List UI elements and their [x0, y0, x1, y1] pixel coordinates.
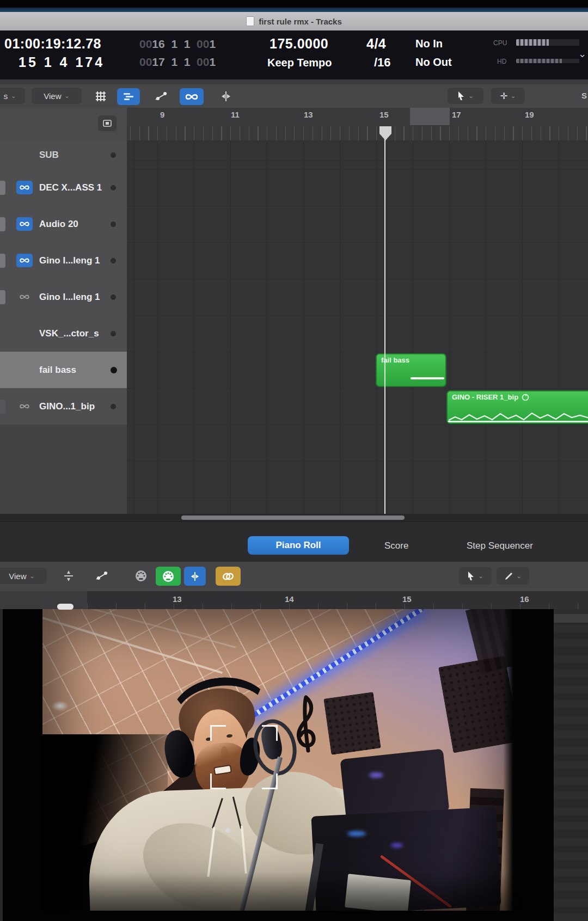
- track-zoom-button[interactable]: [98, 115, 117, 131]
- cpu-meter: [516, 39, 579, 46]
- playhead-line[interactable]: [384, 139, 385, 514]
- track-row-failbass[interactable]: fail bass: [0, 352, 127, 389]
- piano-roll-toolbar: View ⌄ ⌄ ⌄: [0, 562, 588, 592]
- track-row-gino1[interactable]: Gino I...leng 1: [0, 242, 127, 279]
- piano-roll-view-menu[interactable]: View ⌄: [0, 568, 47, 584]
- view-menu-label: View: [44, 91, 61, 101]
- regions-view-icon[interactable]: [117, 88, 140, 105]
- track-header-corner: [0, 108, 127, 141]
- pointer-tool-button[interactable]: ⌄: [459, 567, 492, 585]
- arrange-area[interactable]: fail bass GINO - RISER 1_bip: [127, 140, 588, 514]
- chevron-down-icon: ⌄: [65, 93, 70, 100]
- freeze-icon[interactable]: [16, 254, 33, 267]
- grid-icon[interactable]: [91, 89, 111, 104]
- tab-step-sequencer[interactable]: Step Sequencer: [467, 541, 533, 551]
- flex-icon[interactable]: [215, 89, 237, 104]
- track-row-dec[interactable]: DEC X...ASS 1: [0, 169, 127, 206]
- automation-icon[interactable]: [150, 89, 173, 104]
- freeze-icon[interactable]: [16, 217, 33, 231]
- loop-icon: [522, 394, 529, 401]
- track-name: Audio 20: [39, 219, 78, 230]
- lcd-expand-chevron[interactable]: ⌄: [578, 48, 586, 60]
- horizontal-scrollbar[interactable]: [0, 514, 588, 521]
- bottom-fade: [42, 873, 520, 911]
- lcd-time-signature[interactable]: 4/4: [366, 36, 386, 52]
- link-icon[interactable]: [216, 567, 241, 586]
- lcd-display[interactable]: 01:00:19:12.78 15 1 4 174 0016 1 1 001 0…: [0, 30, 588, 79]
- pencil-tool-button[interactable]: ⌄: [497, 567, 529, 585]
- flex-icon[interactable]: [184, 567, 206, 586]
- lcd-midi-in[interactable]: No In: [415, 38, 443, 50]
- track-row-audio20[interactable]: Audio 20: [0, 206, 127, 243]
- autopunch-block[interactable]: [410, 108, 450, 125]
- bar-number: 15: [402, 594, 412, 604]
- scrollbar-thumb[interactable]: [181, 515, 405, 520]
- bar-ruler[interactable]: 9 11 13 15 17 19: [127, 108, 588, 140]
- cycle-icon[interactable]: [180, 88, 204, 105]
- midi-out-icon[interactable]: [156, 567, 181, 586]
- midi-in-icon[interactable]: [128, 567, 154, 585]
- track-control-sliver[interactable]: [0, 290, 5, 304]
- lcd-ghost-row2: 0017 1 1 001: [139, 56, 216, 69]
- bar-number: 17: [452, 110, 461, 119]
- track-status-dot[interactable]: [111, 222, 116, 227]
- freeze-icon[interactable]: [16, 290, 33, 304]
- chevron-down-icon: ⌄: [478, 573, 483, 580]
- lcd-position[interactable]: 15 1 4 174: [19, 54, 105, 70]
- track-status-dot[interactable]: [111, 331, 116, 336]
- screen-top-edge: [0, 0, 588, 8]
- track-name: VSK_...ctor_s: [39, 328, 99, 339]
- lcd-division[interactable]: /16: [374, 56, 391, 70]
- menu-partial-button[interactable]: s ⌄: [0, 88, 25, 104]
- bar-number: 13: [173, 594, 182, 604]
- track-status-dot[interactable]: [111, 367, 117, 373]
- track-row-vsk[interactable]: VSK_...ctor_s: [0, 315, 127, 352]
- window-top-border: [0, 8, 588, 12]
- track-name: DEC X...ASS 1: [39, 182, 102, 193]
- track-row-sub[interactable]: SUB: [0, 140, 127, 170]
- chevron-down-icon: ⌄: [516, 573, 521, 580]
- catch-icon[interactable]: [57, 568, 81, 584]
- track-control-sliver[interactable]: [0, 254, 5, 268]
- pointer-tool-button[interactable]: ⌄: [448, 88, 483, 104]
- track-status-dot[interactable]: [111, 294, 116, 300]
- track-row-ginobip[interactable]: GINO...1_bip: [0, 388, 127, 425]
- tab-piano-roll[interactable]: Piano Roll: [248, 536, 349, 555]
- tab-score[interactable]: Score: [384, 541, 408, 551]
- lcd-timecode[interactable]: 01:00:19:12.78: [4, 36, 101, 52]
- region-fail-bass[interactable]: fail bass: [376, 353, 446, 387]
- secondary-tool-button[interactable]: ✛ ⌄: [491, 88, 525, 104]
- logic-pro-window: first rule rmx - Tracks 01:00:19:12.78 1…: [0, 0, 588, 921]
- track-control-sliver[interactable]: [0, 400, 5, 414]
- view-menu-button[interactable]: View ⌄: [32, 88, 82, 104]
- track-status-dot[interactable]: [111, 258, 116, 263]
- document-icon: [246, 16, 254, 26]
- chevron-down-icon: ⌄: [11, 93, 16, 100]
- track-name: GINO...1_bip: [39, 401, 95, 412]
- track-name: Gino I...leng 1: [39, 255, 100, 266]
- lcd-tempo-mode[interactable]: Keep Tempo: [267, 57, 332, 69]
- region-gino-riser[interactable]: GINO - RISER 1_bip: [446, 390, 588, 424]
- lcd-tempo[interactable]: 175.0000: [270, 36, 328, 52]
- lcd-midi-out[interactable]: No Out: [415, 56, 452, 69]
- hd-label: HD: [497, 58, 506, 65]
- automation-icon[interactable]: [90, 568, 114, 584]
- track-status-dot[interactable]: [111, 404, 116, 409]
- track-status-dot[interactable]: [111, 152, 116, 158]
- bar-number: 19: [525, 110, 534, 119]
- freeze-icon[interactable]: [16, 181, 33, 194]
- bar-number: 9: [160, 110, 164, 119]
- track-status-dot[interactable]: [111, 185, 116, 191]
- track-control-sliver[interactable]: [0, 181, 5, 195]
- piano-roll-ruler-margin: [0, 591, 87, 609]
- track-row-gino2[interactable]: Gino I...leng 1: [0, 279, 127, 316]
- scroll-pill[interactable]: [57, 604, 74, 610]
- cpu-label: CPU: [493, 39, 507, 47]
- piano-roll-ruler[interactable]: 13 14 15 16: [87, 591, 588, 609]
- titlebar[interactable]: first rule rmx - Tracks: [0, 12, 588, 30]
- region-label: GINO - RISER 1_bip: [452, 393, 529, 401]
- freeze-icon[interactable]: [16, 400, 33, 413]
- menu-partial-label: s: [4, 91, 8, 101]
- track-name: fail bass: [39, 365, 76, 376]
- track-control-sliver[interactable]: [0, 217, 5, 231]
